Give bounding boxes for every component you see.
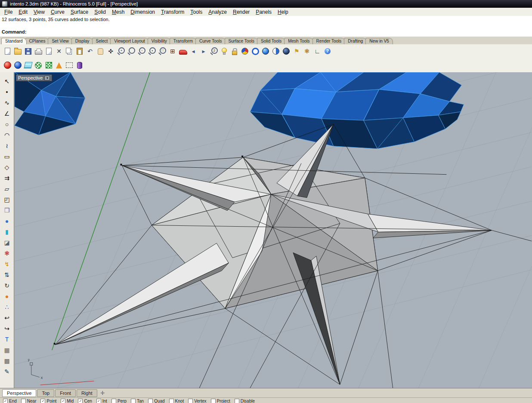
toolbar-tab[interactable]: Set View bbox=[48, 38, 72, 44]
paste-icon[interactable] bbox=[74, 46, 85, 57]
checkbox-icon[interactable] bbox=[111, 399, 116, 403]
toolbar-tab[interactable]: Curve Tools bbox=[195, 38, 226, 44]
rectangle-icon[interactable]: ▭ bbox=[1, 151, 13, 162]
osnap-toggle[interactable]: Point bbox=[40, 399, 56, 403]
cut-icon[interactable]: ✕ bbox=[54, 46, 64, 57]
osnap-toggle[interactable]: Tan bbox=[131, 399, 144, 403]
bounding-box-icon[interactable] bbox=[64, 60, 74, 71]
new-viewport-icon[interactable]: ✛ bbox=[98, 390, 108, 396]
render-sphere-red-icon[interactable] bbox=[2, 60, 12, 71]
osnap-toggle[interactable]: Int bbox=[96, 399, 107, 403]
viewport-tab[interactable]: Top bbox=[37, 389, 54, 397]
zoom-extents-icon[interactable]: ∷ bbox=[157, 46, 167, 57]
checkered-sphere-icon[interactable] bbox=[33, 60, 43, 71]
save-icon[interactable] bbox=[23, 46, 33, 57]
toolbar-tab[interactable]: CPlanes bbox=[25, 38, 49, 44]
flag-icon[interactable]: ⚑ bbox=[291, 46, 302, 57]
menu-item[interactable]: Tools bbox=[187, 8, 205, 16]
zoom-2d-icon[interactable]: 2 bbox=[209, 46, 219, 57]
menu-item[interactable]: Transform bbox=[158, 8, 187, 16]
hook-right-icon[interactable]: ↪ bbox=[1, 323, 13, 334]
lock-icon[interactable] bbox=[229, 46, 240, 57]
checkered-box-icon[interactable] bbox=[43, 60, 54, 71]
checkbox-icon[interactable] bbox=[3, 399, 8, 403]
viewport-canvas[interactable]: x ŷ bbox=[14, 72, 532, 388]
ghosted-display-icon[interactable] bbox=[271, 46, 281, 57]
osnap-toggle[interactable]: Near bbox=[21, 399, 37, 403]
sphere-icon[interactable]: ● bbox=[1, 215, 13, 226]
toolbar-tab[interactable]: Visibility bbox=[148, 38, 171, 44]
toolbar-tab[interactable]: New in V5 bbox=[365, 38, 393, 44]
menu-item[interactable]: Edit bbox=[15, 8, 31, 16]
print-icon[interactable] bbox=[33, 46, 43, 57]
checkbox-icon[interactable] bbox=[188, 399, 193, 403]
menu-item[interactable]: Panels bbox=[253, 8, 275, 16]
checkbox-icon[interactable] bbox=[21, 399, 26, 403]
gears-icon[interactable]: ❃ bbox=[302, 46, 312, 57]
toolbar-tab[interactable]: Drafting bbox=[344, 38, 367, 44]
copy-icon[interactable] bbox=[64, 46, 74, 57]
osnap-toggle[interactable]: Perp bbox=[111, 399, 127, 403]
annotate-icon[interactable]: ✎ bbox=[1, 366, 13, 377]
block-cylinder-icon[interactable] bbox=[74, 60, 85, 71]
osnap-toggle[interactable]: Knot bbox=[169, 399, 184, 403]
osnap-toggle[interactable]: Quad bbox=[148, 399, 164, 403]
viewport-tab[interactable]: Right bbox=[77, 389, 97, 397]
curve-icon[interactable]: ∿ bbox=[1, 97, 13, 108]
menu-item[interactable]: Render bbox=[230, 8, 253, 16]
rotate-icon[interactable]: ↻ bbox=[1, 280, 13, 291]
checkbox-icon[interactable] bbox=[78, 399, 83, 403]
checkbox-icon[interactable] bbox=[148, 399, 153, 403]
checkbox-icon[interactable] bbox=[169, 399, 174, 403]
lightning-icon[interactable]: ↯ bbox=[1, 258, 13, 269]
checkbox-icon[interactable] bbox=[61, 399, 65, 403]
checkbox-icon[interactable] bbox=[211, 399, 216, 403]
circle-icon[interactable]: ○ bbox=[1, 119, 13, 129]
rhino-logo-icon[interactable] bbox=[2, 1, 8, 7]
zoom-window-icon[interactable]: ▫ bbox=[136, 46, 147, 57]
surface-icon[interactable]: ▱ bbox=[1, 183, 13, 194]
hook-left-icon[interactable]: ↩ bbox=[1, 312, 13, 323]
point-icon[interactable]: • bbox=[1, 86, 13, 97]
grid-snap-icon[interactable]: ▩ bbox=[1, 355, 13, 366]
freeform-curve-icon[interactable]: ≀ bbox=[1, 140, 13, 151]
rendered-display-icon[interactable] bbox=[281, 46, 291, 57]
material-ball-icon[interactable]: ● bbox=[1, 291, 13, 301]
osnap-toggle[interactable]: Vertex bbox=[188, 399, 206, 403]
move-icon[interactable]: ✜ bbox=[105, 46, 116, 57]
pin-t-icon[interactable]: T bbox=[1, 334, 13, 345]
arc-icon[interactable]: ◠ bbox=[1, 129, 13, 140]
select-arrow-icon[interactable]: ↖ bbox=[1, 76, 13, 86]
osnap-toggle[interactable]: End bbox=[3, 399, 17, 403]
surface-corner-icon[interactable]: ◰ bbox=[1, 194, 13, 205]
offset-icon[interactable]: ⇉ bbox=[1, 172, 13, 183]
viewport-dropdown-icon[interactable]: ▼ bbox=[44, 76, 50, 80]
polyline-icon[interactable]: ∠ bbox=[1, 108, 13, 119]
polygon-icon[interactable]: ◇ bbox=[1, 162, 13, 172]
toolbar-tab[interactable]: Transform bbox=[170, 38, 197, 44]
cylinder-icon[interactable]: ▮ bbox=[1, 226, 13, 237]
plane-icon[interactable]: ◪ bbox=[1, 237, 13, 248]
osnap-toggle[interactable]: Disable bbox=[235, 399, 255, 403]
command-input[interactable] bbox=[26, 27, 532, 37]
checkbox-icon[interactable] bbox=[131, 399, 136, 403]
cone-icon[interactable] bbox=[54, 60, 64, 71]
lights-icon[interactable] bbox=[219, 46, 229, 57]
checkbox-icon[interactable] bbox=[40, 399, 45, 403]
menu-item[interactable]: Surface bbox=[68, 8, 91, 16]
box-icon[interactable]: ❒ bbox=[1, 205, 13, 215]
osnap-toggle[interactable]: Mid bbox=[61, 399, 74, 403]
toolbar-tab[interactable]: Standard bbox=[1, 38, 27, 44]
menu-item[interactable]: Mesh bbox=[109, 8, 127, 16]
toolbar-tab[interactable]: Solid Tools bbox=[257, 38, 285, 44]
gears-red-icon[interactable]: ❃ bbox=[1, 248, 13, 258]
drag-icon[interactable]: ⇅ bbox=[1, 269, 13, 280]
viewport[interactable]: Perspective ▼ bbox=[14, 72, 532, 388]
next-view-icon[interactable]: ▸ bbox=[198, 46, 209, 57]
shaded-display-icon[interactable] bbox=[260, 46, 271, 57]
layer-colors-icon[interactable] bbox=[240, 46, 250, 57]
undo-icon[interactable]: ↶ bbox=[85, 46, 95, 57]
checkbox-icon[interactable] bbox=[96, 399, 101, 403]
osnap-toggle[interactable]: Project bbox=[211, 399, 230, 403]
toolbar-tab[interactable]: Display bbox=[71, 38, 93, 44]
